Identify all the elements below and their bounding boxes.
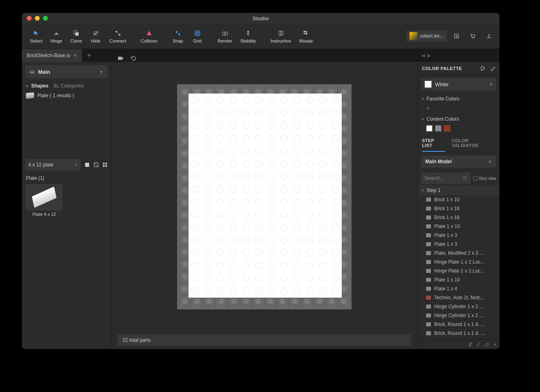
cart-button[interactable] xyxy=(466,30,479,42)
canvas[interactable]: 22 total parts xyxy=(111,49,418,349)
bl-categories-tab[interactable]: BL Categories xyxy=(54,83,84,89)
step-item[interactable]: Technic, Axle 2L Notc... xyxy=(418,293,499,302)
render-tool[interactable]: Render xyxy=(214,28,236,45)
step-item[interactable]: Brick, Round 1 x 1 d. ... xyxy=(418,320,499,329)
step-item[interactable]: Plate 1 x 3 xyxy=(418,240,499,249)
snap-tool[interactable]: Snap xyxy=(168,28,188,45)
brick-icon xyxy=(426,305,431,309)
step-item[interactable]: Hinge Plate 1 x 2 Loc... xyxy=(418,258,499,266)
select-tool[interactable]: Select xyxy=(26,28,47,45)
chevron-down-icon: ▾ xyxy=(422,117,424,121)
nav-forward-button[interactable]: ▶ xyxy=(427,53,431,58)
hinge-icon xyxy=(52,29,60,37)
step-item[interactable]: Plate 1 x 4 xyxy=(418,284,499,293)
content-color-swatch[interactable] xyxy=(444,125,450,132)
file-tab-bar: BrickSketch-Base.io × + xyxy=(22,49,111,62)
step-item[interactable]: Brick 1 x 10 xyxy=(418,195,499,204)
color-swatch xyxy=(424,81,432,88)
svg-rect-1 xyxy=(75,32,79,36)
svg-point-26 xyxy=(463,177,466,179)
maximize-window-button[interactable] xyxy=(43,16,48,21)
step-item[interactable]: Technic, Axle 11L xyxy=(418,338,499,339)
connect-tool[interactable]: Connect xyxy=(105,28,130,45)
svg-line-5 xyxy=(117,32,119,34)
stability-tool[interactable]: Stability xyxy=(236,28,260,45)
step-search-input[interactable]: Search... xyxy=(421,173,471,184)
step-item[interactable]: Brick 1 x 16 xyxy=(418,204,499,213)
step-item[interactable]: Plate, Modified 2 x 3 ... xyxy=(418,249,499,258)
step-item[interactable]: Hinge Cylinder 1 x 2 ... xyxy=(418,302,499,311)
nav-arrows-canvas xyxy=(111,49,418,62)
model-select[interactable]: Main Model ▼ xyxy=(421,156,496,168)
step-item[interactable]: Plate 1 x 10 xyxy=(418,222,499,231)
search-icon xyxy=(463,176,467,181)
instruction-tool[interactable]: Instruction xyxy=(266,28,295,45)
clear-search-button[interactable]: × xyxy=(75,162,77,168)
part-result[interactable]: Plate 4 x 12 xyxy=(26,184,62,217)
svg-rect-11 xyxy=(304,31,305,32)
snap-icon xyxy=(174,29,182,37)
grid-tool[interactable]: Grid xyxy=(188,28,207,45)
brick-icon xyxy=(426,269,431,273)
brick-icon xyxy=(426,198,431,202)
brick-icon xyxy=(426,242,431,246)
import-button[interactable] xyxy=(450,30,463,42)
step-item[interactable]: Hinge Plate 1 x 2 Loc... xyxy=(418,266,499,275)
svg-point-10 xyxy=(247,31,249,32)
step-list-tab[interactable]: STEP LIST xyxy=(422,135,445,152)
add-step-button[interactable]: + xyxy=(493,342,496,347)
step-item[interactable]: Brick 1 x 16 xyxy=(418,213,499,222)
hide-icon[interactable] xyxy=(484,342,489,347)
view-grid-button[interactable] xyxy=(101,161,109,169)
brick-icon xyxy=(426,313,431,317)
content-color-swatch[interactable] xyxy=(435,125,441,132)
color-validator-tab[interactable]: COLOR VALIDATOR xyxy=(452,135,495,152)
submodel-icon xyxy=(29,69,35,75)
camera-view-button[interactable] xyxy=(116,54,125,63)
step-item[interactable]: Brick, Round 1 x 1 d. ... xyxy=(418,329,499,338)
user-profile[interactable]: robert.ter... xyxy=(406,30,447,42)
chevron-down-icon: ▾ xyxy=(26,84,28,88)
color-palette-header: COLOR PALETTE xyxy=(418,62,499,75)
eyedropper-icon[interactable] xyxy=(490,66,495,71)
brick-icon xyxy=(426,331,431,335)
svg-rect-21 xyxy=(103,163,105,164)
favorite-colors-header[interactable]: ▾ Favorite Colors xyxy=(418,94,499,104)
content-colors-header[interactable]: ▾ Content Colors xyxy=(418,114,499,124)
part-search-input[interactable]: 4 x 12 plate × xyxy=(25,159,81,170)
close-window-button[interactable] xyxy=(27,16,32,21)
svg-line-20 xyxy=(94,163,98,167)
hide-tool[interactable]: Hide xyxy=(86,28,105,45)
step-header[interactable]: ▾ Step 1 xyxy=(418,185,499,195)
minimize-window-button[interactable] xyxy=(35,16,40,21)
part-thumbnail xyxy=(26,184,62,210)
add-tab-button[interactable]: + xyxy=(84,50,95,61)
brick-icon xyxy=(426,260,431,264)
part-filter-row[interactable]: Plate ( 1 results ) xyxy=(22,90,111,101)
view-outline-button[interactable] xyxy=(92,161,100,169)
svg-rect-24 xyxy=(105,165,107,167)
upload-button[interactable] xyxy=(482,30,495,42)
step-item[interactable]: Plate 1 x 10 xyxy=(418,275,499,284)
step-item[interactable]: Hinge Cylinder 1 x 2 ... xyxy=(418,311,499,320)
submodel-select[interactable]: Main ▼ xyxy=(25,65,107,78)
rotate-view-button[interactable] xyxy=(129,54,138,63)
clone-tool[interactable]: Clone xyxy=(66,28,86,45)
collision-tool[interactable]: Collision xyxy=(137,28,162,45)
hinge-tool[interactable]: Hinge xyxy=(47,28,66,45)
close-tab-button[interactable]: × xyxy=(73,52,77,59)
nav-back-button[interactable]: ◀ xyxy=(421,53,425,58)
mosaic-tool[interactable]: Mosaic xyxy=(295,28,317,45)
expand-icon[interactable]: ⤢ xyxy=(476,342,480,347)
view-solid-button[interactable] xyxy=(83,161,91,169)
step-view-checkbox[interactable]: Step view xyxy=(473,176,496,181)
shapes-tab[interactable]: Shapes xyxy=(31,83,49,89)
paint-format-icon[interactable] xyxy=(480,66,486,71)
add-favorite-button[interactable]: + xyxy=(426,105,491,111)
file-tab[interactable]: BrickSketch-Base.io × xyxy=(22,49,82,62)
content-color-swatch[interactable] xyxy=(426,125,433,132)
color-select[interactable]: White ▼ xyxy=(421,78,496,90)
step-item[interactable]: Plate 1 x 3 xyxy=(418,231,499,240)
brick-icon xyxy=(426,207,431,211)
collapse-icon[interactable]: ⇵ xyxy=(468,342,472,347)
